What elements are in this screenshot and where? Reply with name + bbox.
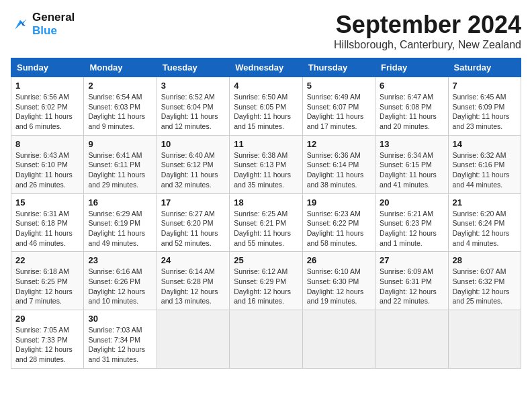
calendar-cell: 6 Sunrise: 6:47 AMSunset: 6:08 PMDayligh… — [375, 77, 448, 136]
week-row-1: 1 Sunrise: 6:56 AMSunset: 6:02 PMDayligh… — [11, 77, 521, 136]
day-number: 25 — [234, 255, 298, 265]
day-info: Sunrise: 6:45 AMSunset: 6:09 PMDaylight:… — [453, 92, 517, 132]
calendar-cell: 30 Sunrise: 7:03 AMSunset: 7:34 PMDaylig… — [84, 310, 157, 369]
day-info: Sunrise: 6:14 AMSunset: 6:28 PMDaylight:… — [161, 267, 225, 306]
day-number: 23 — [88, 255, 152, 265]
day-info: Sunrise: 6:09 AMSunset: 6:31 PMDaylight:… — [380, 267, 443, 306]
calendar-cell: 18 Sunrise: 6:25 AMSunset: 6:21 PMDaylig… — [230, 193, 302, 252]
day-info: Sunrise: 6:56 AMSunset: 6:02 PMDaylight:… — [15, 92, 79, 132]
calendar-cell: 4 Sunrise: 6:50 AMSunset: 6:05 PMDayligh… — [230, 77, 302, 136]
calendar-cell: 16 Sunrise: 6:29 AMSunset: 6:19 PMDaylig… — [84, 193, 157, 252]
calendar-cell: 5 Sunrise: 6:49 AMSunset: 6:07 PMDayligh… — [302, 77, 375, 136]
calendar-cell: 29 Sunrise: 7:05 AMSunset: 7:33 PMDaylig… — [11, 310, 84, 369]
day-info: Sunrise: 7:05 AMSunset: 7:33 PMDaylight:… — [15, 325, 79, 365]
day-number: 15 — [15, 197, 79, 208]
day-info: Sunrise: 6:21 AMSunset: 6:23 PMDaylight:… — [380, 209, 443, 248]
calendar-cell: 12 Sunrise: 6:36 AMSunset: 6:14 PMDaylig… — [302, 135, 375, 193]
calendar-cell: 11 Sunrise: 6:38 AMSunset: 6:13 PMDaylig… — [230, 135, 302, 193]
month-title: September 2024 — [334, 11, 521, 39]
weekday-header-row: SundayMondayTuesdayWednesdayThursdayFrid… — [11, 58, 521, 77]
weekday-header-tuesday: Tuesday — [157, 58, 229, 77]
week-row-2: 8 Sunrise: 6:43 AMSunset: 6:10 PMDayligh… — [11, 135, 521, 193]
day-number: 14 — [453, 139, 517, 149]
calendar-cell: 2 Sunrise: 6:54 AMSunset: 6:03 PMDayligh… — [84, 77, 157, 136]
day-number: 28 — [453, 255, 517, 265]
day-number: 9 — [88, 139, 152, 149]
calendar-cell: 13 Sunrise: 6:34 AMSunset: 6:15 PMDaylig… — [375, 135, 448, 193]
day-number: 18 — [234, 197, 298, 208]
calendar-cell: 14 Sunrise: 6:32 AMSunset: 6:16 PMDaylig… — [448, 135, 521, 193]
day-info: Sunrise: 6:47 AMSunset: 6:08 PMDaylight:… — [380, 92, 443, 132]
day-info: Sunrise: 6:12 AMSunset: 6:29 PMDaylight:… — [234, 267, 298, 306]
week-row-4: 22 Sunrise: 6:18 AMSunset: 6:25 PMDaylig… — [11, 252, 521, 310]
day-info: Sunrise: 6:43 AMSunset: 6:10 PMDaylight:… — [15, 150, 79, 190]
day-info: Sunrise: 6:41 AMSunset: 6:11 PMDaylight:… — [88, 150, 152, 190]
calendar-cell: 9 Sunrise: 6:41 AMSunset: 6:11 PMDayligh… — [84, 135, 157, 193]
day-number: 13 — [380, 139, 443, 149]
calendar-cell: 10 Sunrise: 6:40 AMSunset: 6:12 PMDaylig… — [157, 135, 229, 193]
day-info: Sunrise: 6:32 AMSunset: 6:16 PMDaylight:… — [453, 150, 517, 190]
day-info: Sunrise: 6:36 AMSunset: 6:14 PMDaylight:… — [307, 150, 371, 190]
day-number: 17 — [161, 197, 225, 208]
day-number: 30 — [88, 314, 152, 324]
day-number: 10 — [161, 139, 225, 149]
calendar-cell: 7 Sunrise: 6:45 AMSunset: 6:09 PMDayligh… — [448, 77, 521, 136]
day-number: 26 — [307, 255, 371, 265]
week-row-3: 15 Sunrise: 6:31 AMSunset: 6:18 PMDaylig… — [11, 193, 521, 252]
weekday-header-sunday: Sunday — [11, 58, 84, 77]
calendar-cell: 19 Sunrise: 6:23 AMSunset: 6:22 PMDaylig… — [302, 193, 375, 252]
day-number: 2 — [88, 81, 152, 91]
calendar-cell: 22 Sunrise: 6:18 AMSunset: 6:25 PMDaylig… — [11, 252, 84, 310]
day-info: Sunrise: 7:03 AMSunset: 7:34 PMDaylight:… — [88, 325, 152, 365]
calendar-cell: 27 Sunrise: 6:09 AMSunset: 6:31 PMDaylig… — [375, 252, 448, 310]
calendar-cell — [157, 310, 229, 369]
day-number: 27 — [380, 255, 443, 265]
logo-text: General Blue — [32, 11, 75, 38]
day-info: Sunrise: 6:10 AMSunset: 6:30 PMDaylight:… — [307, 267, 371, 306]
day-info: Sunrise: 6:54 AMSunset: 6:03 PMDaylight:… — [88, 92, 152, 132]
day-number: 1 — [15, 81, 79, 91]
day-info: Sunrise: 6:23 AMSunset: 6:22 PMDaylight:… — [307, 209, 371, 248]
page-header: General Blue September 2024 Hillsborough… — [11, 11, 521, 51]
day-number: 19 — [307, 197, 371, 208]
weekday-header-saturday: Saturday — [448, 58, 521, 77]
day-info: Sunrise: 6:07 AMSunset: 6:32 PMDaylight:… — [453, 267, 517, 306]
day-number: 16 — [88, 197, 152, 208]
calendar-cell: 28 Sunrise: 6:07 AMSunset: 6:32 PMDaylig… — [448, 252, 521, 310]
calendar-cell: 20 Sunrise: 6:21 AMSunset: 6:23 PMDaylig… — [375, 193, 448, 252]
location: Hillsborough, Canterbury, New Zealand — [334, 39, 521, 51]
calendar-cell: 3 Sunrise: 6:52 AMSunset: 6:04 PMDayligh… — [157, 77, 229, 136]
day-number: 24 — [161, 255, 225, 265]
calendar-cell: 8 Sunrise: 6:43 AMSunset: 6:10 PMDayligh… — [11, 135, 84, 193]
calendar-cell: 23 Sunrise: 6:16 AMSunset: 6:26 PMDaylig… — [84, 252, 157, 310]
calendar-table: SundayMondayTuesdayWednesdayThursdayFrid… — [11, 58, 521, 369]
calendar-cell — [302, 310, 375, 369]
title-block: September 2024 Hillsborough, Canterbury,… — [334, 11, 521, 51]
day-number: 22 — [15, 255, 79, 265]
day-number: 8 — [15, 139, 79, 149]
day-info: Sunrise: 6:34 AMSunset: 6:15 PMDaylight:… — [380, 150, 443, 190]
week-row-5: 29 Sunrise: 7:05 AMSunset: 7:33 PMDaylig… — [11, 310, 521, 369]
day-number: 11 — [234, 139, 298, 149]
day-info: Sunrise: 6:52 AMSunset: 6:04 PMDaylight:… — [161, 92, 225, 132]
day-number: 20 — [380, 197, 443, 208]
calendar-cell: 25 Sunrise: 6:12 AMSunset: 6:29 PMDaylig… — [230, 252, 302, 310]
day-number: 3 — [161, 81, 225, 91]
calendar-cell — [448, 310, 521, 369]
day-info: Sunrise: 6:49 AMSunset: 6:07 PMDaylight:… — [307, 92, 371, 132]
day-number: 4 — [234, 81, 298, 91]
day-info: Sunrise: 6:27 AMSunset: 6:20 PMDaylight:… — [161, 209, 225, 248]
day-info: Sunrise: 6:20 AMSunset: 6:24 PMDaylight:… — [453, 209, 517, 248]
calendar-cell: 1 Sunrise: 6:56 AMSunset: 6:02 PMDayligh… — [11, 77, 84, 136]
day-number: 6 — [380, 81, 443, 91]
day-info: Sunrise: 6:38 AMSunset: 6:13 PMDaylight:… — [234, 150, 298, 190]
day-number: 7 — [453, 81, 517, 91]
logo-icon — [11, 15, 30, 34]
calendar-cell: 17 Sunrise: 6:27 AMSunset: 6:20 PMDaylig… — [157, 193, 229, 252]
day-info: Sunrise: 6:31 AMSunset: 6:18 PMDaylight:… — [15, 209, 79, 248]
day-number: 29 — [15, 314, 79, 324]
weekday-header-friday: Friday — [375, 58, 448, 77]
day-number: 5 — [307, 81, 371, 91]
weekday-header-thursday: Thursday — [302, 58, 375, 77]
day-info: Sunrise: 6:40 AMSunset: 6:12 PMDaylight:… — [161, 150, 225, 190]
